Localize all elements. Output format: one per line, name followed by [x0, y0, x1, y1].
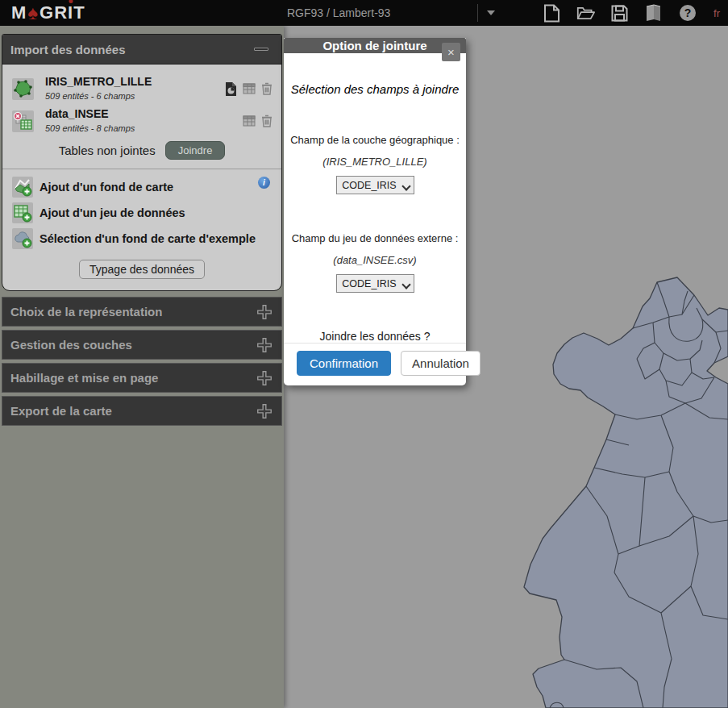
polygon-layer-icon [12, 78, 34, 100]
svg-text:?: ? [684, 6, 691, 19]
layer-row-dataset: data_INSEE 509 entités - 8 champs [2, 105, 281, 137]
top-bar: M♠GRIT RGF93 / Lambert-93 ? fr [0, 0, 728, 26]
join-options-modal: Option de jointure × Sélection des champ… [284, 38, 466, 385]
join-status-row: Tables non jointes Joindre [2, 137, 281, 165]
projection-dropdown-caret[interactable] [487, 10, 495, 15]
section-export[interactable]: Export de la carte [2, 396, 282, 426]
layer-export-icon[interactable] [224, 82, 238, 96]
import-panel: Import des données IRIS_METRO_LILLE 509 … [2, 34, 282, 291]
section-layers[interactable]: Gestion des couches [2, 330, 282, 360]
geo-field-select[interactable]: CODE_IRIS [336, 176, 414, 194]
info-icon[interactable]: i [258, 177, 270, 189]
import-panel-title: Import des données [10, 43, 126, 56]
modal-footer: Confirmation Annulation [284, 343, 466, 385]
accordion-sections: Choix de la représentation Gestion des c… [0, 297, 284, 426]
modal-subtitle: Sélection des champs à joindre [284, 82, 466, 96]
expand-plus-icon[interactable] [256, 369, 273, 387]
join-button[interactable]: Joindre [165, 141, 226, 160]
expand-plus-icon[interactable] [256, 402, 273, 420]
expand-plus-icon[interactable] [256, 336, 273, 354]
layer-name: data_INSEE [45, 107, 242, 120]
add-dataset-label: Ajout d'un jeu de données [40, 206, 185, 219]
chevron-down-icon [403, 183, 410, 189]
geo-field-hint: (IRIS_METRO_LILLE) [284, 156, 466, 168]
expand-plus-icon[interactable] [256, 303, 273, 321]
close-icon[interactable]: × [442, 43, 460, 61]
add-dataset-icon [12, 202, 33, 223]
chevron-down-icon [403, 281, 410, 288]
layer-meta: 509 entités - 8 champs [45, 123, 135, 133]
ext-field-hint: (data_INSEE.csv) [284, 254, 466, 266]
import-panel-body: IRIS_METRO_LILLE 509 entités - 6 champs [2, 65, 281, 290]
section-layout[interactable]: Habillage et mise en page [2, 363, 282, 393]
attribute-table-icon[interactable] [242, 115, 256, 128]
add-basemap-label: Ajout d'un fond de carte [40, 181, 173, 194]
attribute-table-icon[interactable] [242, 82, 256, 96]
open-project-icon[interactable] [576, 4, 595, 23]
import-panel-header[interactable]: Import des données [2, 35, 281, 65]
projection-separator [477, 4, 478, 22]
topbar-icon-group: ? fr [543, 0, 720, 26]
divider [2, 169, 281, 169]
left-sidebar: Import des données IRIS_METRO_LILLE 509 … [0, 26, 284, 708]
geo-field-label: Champ de la couche géographique : [284, 134, 466, 146]
modal-body: Sélection des champs à joindre Champ de … [284, 53, 466, 343]
documentation-icon[interactable] [644, 4, 663, 23]
spade-icon: ♠ [27, 4, 39, 22]
save-project-icon[interactable] [610, 4, 629, 23]
modal-title: Option de jointure [322, 39, 426, 52]
section-representation[interactable]: Choix de la représentation [2, 297, 282, 327]
ext-field-label: Champ du jeu de données externe : [284, 232, 466, 244]
sample-basemap-label: Sélection d'un fond de carte d'exemple [40, 232, 256, 245]
projection-label: RGF93 / Lambert-93 [287, 6, 390, 19]
cancel-button[interactable]: Annulation [401, 351, 480, 376]
sample-basemap-cloud-icon [12, 228, 33, 249]
add-basemap-row[interactable]: Ajout d'un fond de carte i [2, 174, 281, 200]
add-dataset-row[interactable]: Ajout d'un jeu de données [2, 200, 281, 226]
data-typing-button[interactable]: Typage des données [79, 260, 205, 279]
delete-dataset-icon[interactable] [260, 115, 273, 128]
magrit-app: M♠GRIT RGF93 / Lambert-93 ? fr [0, 0, 728, 708]
magrit-logo: M♠GRIT [11, 2, 85, 23]
layer-name: IRIS_METRO_LILLE [45, 75, 224, 88]
help-icon[interactable]: ? [678, 4, 697, 23]
collapse-panel-icon[interactable] [254, 45, 272, 53]
modal-header: Option de jointure × [284, 38, 466, 53]
join-question: Joindre les données ? [284, 330, 466, 343]
join-status-label: Tables non jointes [59, 144, 156, 157]
layer-meta: 509 entités - 6 champs [45, 91, 135, 101]
confirm-button[interactable]: Confirmation [297, 351, 391, 376]
delete-layer-icon[interactable] [260, 82, 273, 96]
language-toggle[interactable]: fr [712, 7, 720, 19]
layer-row-geom: IRIS_METRO_LILLE 509 entités - 6 champs [2, 73, 281, 105]
dataset-layer-icon [12, 110, 34, 132]
sample-basemap-row[interactable]: Sélection d'un fond de carte d'exemple [2, 226, 281, 252]
add-basemap-icon [12, 177, 33, 198]
ext-field-select[interactable]: CODE_IRIS [336, 274, 414, 293]
new-project-icon[interactable] [543, 4, 561, 23]
